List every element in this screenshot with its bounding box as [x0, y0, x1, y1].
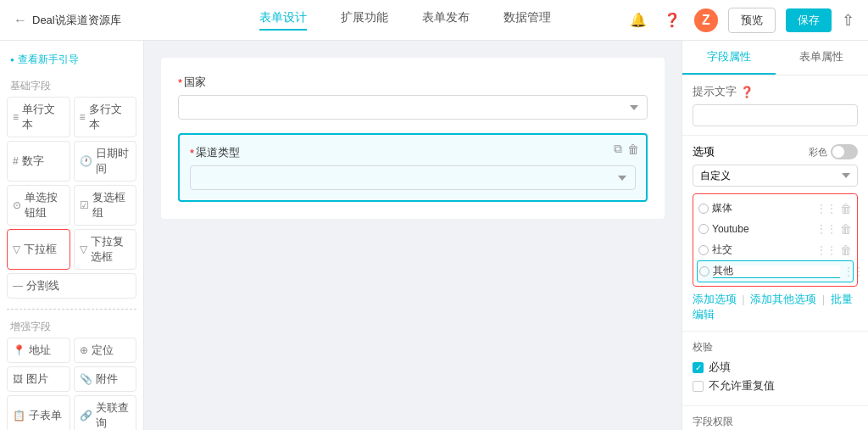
hint-input[interactable] — [693, 104, 858, 126]
validation-label: 校验 — [693, 340, 858, 355]
field-attachment[interactable]: 📎 附件 — [74, 366, 137, 392]
option-type-select[interactable]: 自定义 — [693, 165, 858, 187]
preview-button[interactable]: 预览 — [728, 8, 776, 33]
channel-type-select[interactable] — [190, 165, 636, 190]
main-nav: 表单设计 扩展功能 表单发布 数据管理 — [183, 10, 626, 31]
add-option-links: 添加选项 | 添加其他选项 | 批量编辑 — [693, 292, 858, 322]
field-checkbox[interactable]: ☑ 复选框组 — [74, 185, 137, 226]
help-button[interactable]: ❓ — [660, 8, 684, 32]
single-text-icon: ≡ — [13, 111, 19, 123]
option-input-other[interactable] — [713, 265, 840, 278]
options-box: 媒体 ⋮⋮ 🗑 Youtube ⋮⋮ 🗑 社交 ⋮⋮ 🗑 — [693, 193, 858, 287]
number-icon: # — [13, 155, 19, 167]
delete-field-btn[interactable]: 🗑 — [627, 142, 639, 156]
options-label: 选项 — [693, 144, 715, 159]
channel-type-label: * 渠道类型 — [190, 145, 636, 160]
no-duplicate-row: 不允许重复值 — [693, 378, 858, 394]
save-button[interactable]: 保存 — [786, 8, 832, 32]
add-option-link[interactable]: 添加选项 — [693, 293, 737, 305]
divider-icon: — — [13, 280, 23, 292]
tab-field-props[interactable]: 字段属性 — [682, 41, 776, 75]
guide-link[interactable]: 查看新手引导 — [0, 47, 143, 72]
required-row: ✓ 必填 — [693, 360, 858, 375]
no-duplicate-label: 不允许重复值 — [709, 378, 775, 394]
field-location[interactable]: ⊕ 定位 — [74, 338, 137, 363]
nav-publish[interactable]: 表单发布 — [422, 10, 470, 31]
color-toggle[interactable] — [831, 144, 858, 159]
required-star-country: * — [178, 76, 182, 89]
option-media: 媒体 ⋮⋮ 🗑 — [697, 198, 854, 219]
attachment-icon: 📎 — [80, 373, 92, 385]
required-check-icon: ✓ — [695, 363, 702, 372]
drag-youtube-icon[interactable]: ⋮⋮ — [816, 223, 837, 235]
permission-label: 字段权限 — [693, 415, 858, 429]
back-icon[interactable]: ← — [14, 13, 27, 28]
field-address[interactable]: 📍 地址 — [7, 338, 70, 363]
country-select[interactable] — [178, 95, 648, 120]
validation-section: 校验 ✓ 必填 不允许重复值 — [682, 332, 868, 406]
address-icon: 📍 — [13, 344, 25, 356]
field-subform[interactable]: 📋 子表单 — [7, 395, 70, 430]
bell-button[interactable]: 🔔 — [626, 8, 650, 32]
form-canvas: * 国家 ⧉ 🗑 * 渠道类型 — [144, 41, 682, 430]
option-radio-media[interactable] — [698, 204, 709, 214]
user-avatar[interactable]: Z — [694, 8, 718, 32]
option-youtube: Youtube ⋮⋮ 🗑 — [697, 219, 854, 239]
options-header: 选项 彩色 — [693, 144, 858, 159]
required-star-channel: * — [190, 147, 194, 159]
delete-social-btn[interactable]: 🗑 — [840, 243, 852, 257]
option-social: 社交 ⋮⋮ 🗑 — [697, 239, 854, 260]
options-section: 选项 彩色 自定义 媒体 ⋮⋮ 🗑 Youtube — [682, 136, 868, 332]
separator2: | — [822, 293, 828, 305]
option-radio-youtube[interactable] — [698, 224, 709, 234]
nav-form-design[interactable]: 表单设计 — [259, 10, 307, 31]
option-radio-other[interactable] — [699, 266, 709, 276]
assoc-query-icon: 🔗 — [80, 410, 92, 422]
drag-media-icon[interactable]: ⋮⋮ — [816, 203, 837, 215]
required-checkbox[interactable]: ✓ — [693, 362, 704, 373]
checkbox-icon: ☑ — [80, 199, 89, 211]
basic-fields-title: 基础字段 — [0, 72, 143, 97]
no-duplicate-checkbox[interactable] — [693, 381, 704, 392]
separator1: | — [742, 293, 748, 305]
field-dropdown[interactable]: ▽ 下拉框 — [7, 229, 70, 270]
field-divider[interactable]: — 分割线 — [7, 273, 136, 299]
country-label: * 国家 — [178, 75, 648, 90]
nav-extended[interactable]: 扩展功能 — [341, 10, 388, 31]
copy-field-btn[interactable]: ⧉ — [614, 142, 622, 156]
delete-media-btn[interactable]: 🗑 — [840, 202, 852, 215]
field-radio[interactable]: ⊙ 单选按钮组 — [7, 185, 70, 226]
add-other-link[interactable]: 添加其他选项 — [750, 293, 816, 305]
option-text-social[interactable]: 社交 — [712, 243, 813, 257]
header: ← Deal说渠道资源库 表单设计 扩展功能 表单发布 数据管理 🔔 ❓ Z 预… — [0, 0, 868, 41]
drag-social-icon[interactable]: ⋮⋮ — [816, 244, 837, 256]
app-title: Deal说渠道资源库 — [32, 13, 121, 28]
hint-info-icon: ❓ — [740, 86, 754, 98]
field-datetime[interactable]: 🕐 日期时间 — [74, 141, 137, 181]
field-assoc-query[interactable]: 🔗 关联查询 — [74, 395, 137, 430]
datetime-icon: 🕐 — [80, 155, 92, 167]
field-toolbar: ⧉ 🗑 — [614, 142, 639, 156]
multi-text-icon: ≡ — [80, 111, 86, 123]
field-image[interactable]: 🖼 图片 — [7, 366, 70, 392]
form-card: * 国家 ⧉ 🗑 * 渠道类型 — [161, 58, 665, 219]
option-text-media[interactable]: 媒体 — [712, 201, 813, 215]
field-multi-text[interactable]: ≡ 多行文本 — [74, 97, 137, 137]
panel-tabs: 字段属性 表单属性 — [682, 41, 868, 75]
tab-form-props[interactable]: 表单属性 — [776, 41, 869, 75]
field-multi-select[interactable]: ▽ 下拉复选框 — [74, 229, 137, 270]
field-number[interactable]: # 数字 — [7, 141, 70, 181]
delete-youtube-btn[interactable]: 🗑 — [840, 222, 852, 236]
field-country: * 国家 — [178, 75, 648, 120]
option-radio-social[interactable] — [698, 245, 709, 255]
enhanced-fields-grid: 📍 地址 ⊕ 定位 🖼 图片 📎 附件 📋 子表单 🔗 关联查询 — [0, 338, 143, 430]
option-text-youtube[interactable]: Youtube — [712, 223, 813, 235]
color-label: 彩色 — [809, 146, 827, 159]
nav-data[interactable]: 数据管理 — [504, 10, 551, 31]
header-actions: 🔔 ❓ Z 预览 保存 ⇧ — [626, 8, 854, 33]
share-button[interactable]: ⇧ — [842, 11, 854, 30]
drag-other-icon[interactable]: ⋮⋮ — [843, 265, 864, 277]
radio-icon: ⊙ — [13, 199, 21, 211]
option-other: ⋮⋮ 🗑 — [697, 260, 854, 282]
field-single-text[interactable]: ≡ 单行文本 — [7, 97, 70, 137]
